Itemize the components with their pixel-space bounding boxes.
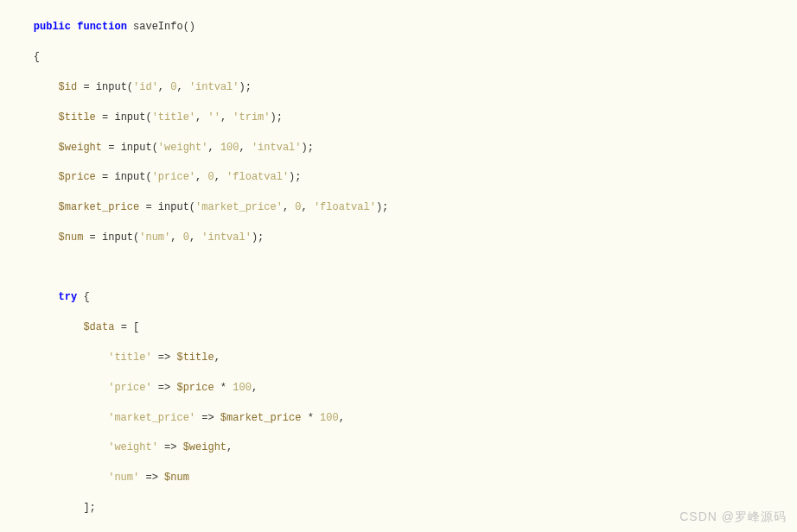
code-line: $title = input('title', '', 'trim'); <box>9 111 788 125</box>
code-line: public function saveInfo() <box>9 20 788 35</box>
code-line: { <box>9 50 788 65</box>
code-line: $data = [ <box>9 320 788 335</box>
code-line: $price = input('price', 0, 'floatval'); <box>9 170 788 185</box>
code-line <box>9 261 788 276</box>
code-line: $id = input('id', 0, 'intval'); <box>9 80 788 95</box>
code-line: $num = input('num', 0, 'intval'); <box>9 231 788 245</box>
watermark-text: CSDN @罗峰源码 <box>679 508 787 525</box>
code-line: 'weight' => $weight, <box>9 440 788 455</box>
code-line: 'market_price' => $market_price * 100, <box>9 411 788 426</box>
code-block: public function saveInfo() { $id = input… <box>9 5 788 532</box>
code-line: try { <box>9 290 788 305</box>
code-line: $weight = input('weight', 100, 'intval')… <box>9 141 788 155</box>
code-line: 'price' => $price * 100, <box>9 381 788 396</box>
code-line: 'title' => $title, <box>9 351 788 365</box>
code-line: ]; <box>9 501 788 516</box>
code-line: $market_price = input('market_price', 0,… <box>9 200 788 215</box>
code-line: 'num' => $num <box>9 471 788 485</box>
